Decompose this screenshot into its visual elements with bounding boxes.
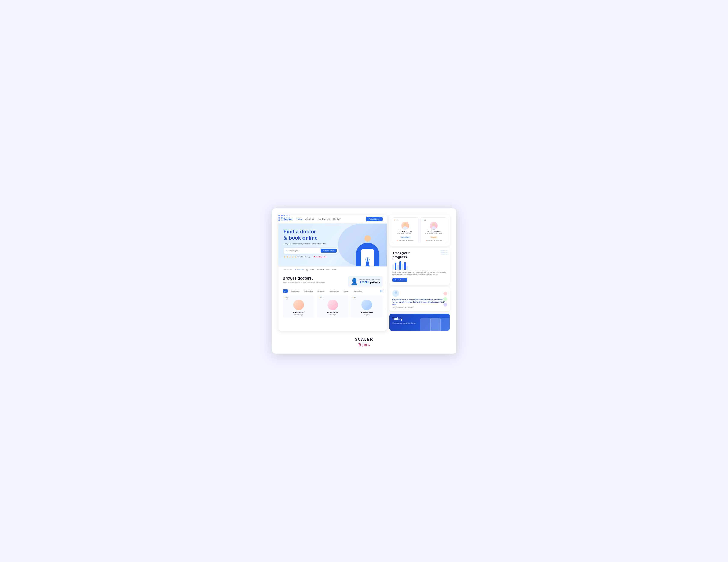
profile-1-actions: 📅 Availability 📞 Book Now (394, 240, 417, 241)
star-2: ★ (286, 256, 288, 258)
deco-dot (281, 215, 283, 216)
card-3-avatar (361, 299, 372, 310)
browse-title-area: Browse doctors. Easily book a doctor any… (283, 276, 325, 283)
patients-served-text: We have served many patients (359, 279, 380, 280)
count-value: 1759+ (359, 280, 369, 284)
availability-btn-2[interactable]: 📅 Availability (425, 240, 433, 241)
doc-placeholder-2 (430, 318, 441, 331)
dot (444, 252, 445, 253)
outer-wrapper: ola.doc Home About us How it works? Cont… (272, 208, 456, 354)
card-2-avatar (327, 299, 338, 310)
deco-dot (284, 220, 285, 221)
tab-concology[interactable]: Concology (316, 289, 327, 292)
deco-dot (289, 217, 290, 219)
topics-text: Topics (278, 342, 450, 347)
grid-view-icon[interactable]: ⊞ (380, 289, 383, 292)
search-doctor-track-button[interactable]: Search Doctor (392, 278, 407, 282)
deco-dot (286, 217, 288, 219)
profile-2-address: 1318 Franklin Street, Jan 47 (422, 233, 445, 234)
svg-point-5 (394, 294, 398, 297)
dot (444, 254, 445, 255)
tab-gynecology[interactable]: Gynecology (352, 289, 364, 292)
testimonial-quote: We needed an all-in-one marketing soluti… (392, 298, 447, 306)
nav-how[interactable]: How it works? (317, 218, 330, 220)
dots-decoration (441, 250, 448, 255)
tab-orthopedics[interactable]: Orthopedics (302, 289, 314, 292)
card-2-name: Dr. Sarah Lee (319, 311, 346, 313)
hero-content: Find a doctor & book online Easily book … (284, 229, 338, 258)
float-avatar-2 (443, 297, 448, 301)
category-tabs: All Cardiologist Orthopedics Concology D… (283, 289, 383, 292)
deco-dot (284, 215, 285, 216)
book-now-btn-1[interactable]: 📞 Book Now (406, 240, 414, 241)
availability-btn-1[interactable]: 📅 Availability (397, 240, 405, 241)
card-star: ★ (352, 297, 354, 298)
rating-text: Five Star Ratings on (298, 256, 313, 258)
nav-contact[interactable]: Contact (333, 218, 340, 220)
logo-mbna: mbna (332, 269, 336, 271)
book-now-btn-2[interactable]: 📞 Book Now (434, 240, 442, 241)
card-star: ★ (284, 297, 286, 298)
nav-about[interactable]: About us (305, 218, 314, 220)
dot (442, 254, 444, 255)
testimonial-avatar (392, 290, 399, 297)
profile-1-address: 64 Franklin Street, Jan 47 (394, 233, 417, 234)
scaler-text: SCALER (278, 337, 450, 342)
count-label: patients (370, 281, 380, 284)
tab-dermatology[interactable]: Dermatology (328, 289, 341, 292)
profile-1-avatar (401, 222, 409, 230)
dot (441, 252, 442, 253)
card-2-spec: Cardiologist (319, 314, 346, 315)
search-bar: ⚕ Search Doctor (284, 248, 338, 254)
logo-united: 🏥 United (306, 269, 314, 271)
deco-dot (284, 217, 285, 219)
deco-dot (289, 215, 290, 216)
hero-subtitle: Easily book a doctor anywhere in the wor… (284, 243, 338, 245)
deco-dots (278, 215, 290, 221)
tab-surgery[interactable]: Surgery (342, 289, 351, 292)
star-3: ★ (289, 256, 291, 258)
star-1: ★ (284, 256, 286, 258)
tab-all[interactable]: All (283, 289, 288, 292)
navbar: ola.doc Home About us How it works? Cont… (278, 215, 387, 224)
svg-point-0 (404, 223, 407, 226)
float-avatar-1 (443, 291, 448, 296)
nav-links: Home About us How it works? Contact (297, 218, 362, 220)
profile-1-specialty: Dermatology (400, 236, 411, 238)
search-input[interactable] (288, 250, 319, 252)
star-4: ★ (292, 256, 294, 258)
doctor-body (361, 249, 374, 267)
track-title-line1: Track your (392, 251, 410, 255)
search-doctor-button[interactable]: Search Doctor (321, 249, 337, 253)
star-5: ★ (295, 256, 297, 258)
left-panel: ola.doc Home About us How it works? Cont… (278, 215, 387, 331)
nav-home[interactable]: Home (297, 218, 302, 220)
card-1-name: Dr. Emily Clark (285, 311, 313, 313)
testimonial-avatar-svg (392, 290, 399, 297)
svg-point-4 (395, 291, 397, 294)
hero-title: Find a doctor & book online (284, 229, 338, 241)
card-3-rating: ★ 5.0 (352, 297, 356, 298)
doctor-card-3: ★ 5.0 Dr. James White Surgery (351, 295, 383, 318)
svg-point-1 (403, 226, 408, 230)
logo-moduler: ■ moduler (295, 269, 304, 271)
card-1-avatar (293, 299, 304, 310)
bar-3 (397, 265, 399, 270)
hero-doctor-image (353, 232, 383, 267)
bar-2 (395, 263, 396, 270)
tab-cardiologist[interactable]: Cardiologist (289, 289, 301, 292)
bar-1 (392, 265, 394, 270)
mini-chart (392, 261, 447, 270)
dot (446, 254, 447, 255)
rating-star: ★ (422, 219, 424, 221)
patient-login-button[interactable]: Patient Login (366, 217, 383, 221)
avatar-svg (430, 222, 438, 230)
profile-card-1: ★ 4.7 Dr. Sara Connor 64 Franklin Street… (392, 217, 419, 243)
profile-2-avatar (430, 222, 438, 230)
browse-header: Browse doctors. Easily book a doctor any… (283, 276, 383, 287)
featured-section: Featured on ■ moduler 🏥 United ALSTOM nu… (278, 267, 387, 273)
featured-label: Featured on (283, 269, 292, 271)
deco-dot (278, 215, 280, 216)
profile-1-rating-val: 4.7 (396, 220, 398, 221)
track-description: Easily book a doctor anywhere in the wor… (392, 271, 447, 276)
